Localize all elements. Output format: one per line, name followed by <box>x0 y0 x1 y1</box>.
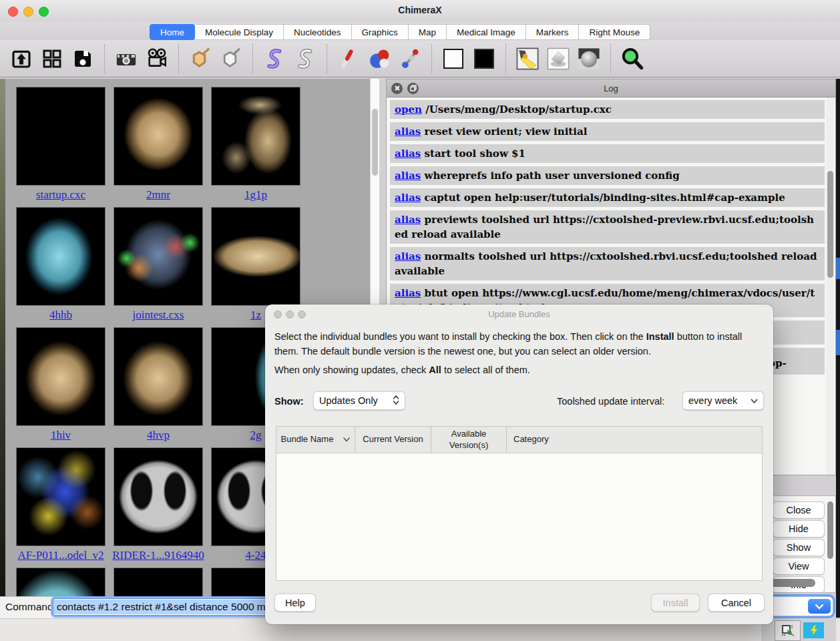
tab-molecule-display[interactable]: Molecule Display <box>195 24 284 40</box>
side-vertical-scrollbar[interactable] <box>827 501 833 559</box>
tab-markers[interactable]: Markers <box>526 24 580 40</box>
history-link[interactable]: 2mnr <box>146 188 170 202</box>
history-link[interactable]: 2g <box>250 429 262 442</box>
column-available-versions[interactable]: Available Version(s) <box>431 427 507 453</box>
history-thumbnail[interactable] <box>114 447 203 546</box>
history-item[interactable]: 1hiv <box>14 327 108 447</box>
chevron-down-icon <box>751 395 758 406</box>
zoom-icon[interactable] <box>620 47 644 71</box>
hide-atoms-icon[interactable] <box>219 47 243 71</box>
command-selected-text: contacts #1.2 restrict #1&sel distance 5… <box>53 600 267 614</box>
history-link[interactable]: 4hvp <box>147 429 170 442</box>
show-cartoons-icon[interactable] <box>262 47 286 71</box>
log-entry: alias reset view orient; view initial <box>390 122 825 141</box>
ball-and-stick-style-icon[interactable] <box>398 47 422 71</box>
show-label: Show: <box>274 396 304 407</box>
history-thumbnail[interactable] <box>16 327 106 426</box>
column-current-version[interactable]: Current Version <box>355 427 431 453</box>
close-model-button[interactable]: Close <box>773 501 825 519</box>
resize-graphics-button[interactable] <box>775 620 801 641</box>
sort-chevron-icon[interactable] <box>338 427 355 453</box>
log-command-link[interactable]: alias <box>395 192 421 204</box>
white-background-icon[interactable] <box>441 47 465 71</box>
history-item[interactable]: jointest.cxs <box>112 207 205 327</box>
history-item[interactable]: 4hhb <box>14 207 108 327</box>
log-command-link[interactable]: alias <box>395 148 421 160</box>
history-item[interactable]: 1g1p <box>209 87 302 207</box>
soft-lighting-icon[interactable] <box>546 47 570 71</box>
history-item[interactable]: 2mnr <box>112 87 205 207</box>
history-thumbnail[interactable] <box>16 87 106 186</box>
record-movie-icon[interactable] <box>145 47 169 71</box>
install-button[interactable]: Install <box>651 594 700 612</box>
dialog-title: Update Bundles <box>265 309 773 319</box>
hide-model-button[interactable]: Hide <box>773 520 825 538</box>
ribbon-tab-bar: Home Molecule Display Nucleotides Graphi… <box>0 21 840 40</box>
stick-style-icon[interactable] <box>337 47 361 71</box>
hide-cartoons-icon[interactable] <box>293 47 317 71</box>
tab-medical-image[interactable]: Medical Image <box>447 24 526 40</box>
log-command-link[interactable]: open <box>395 103 422 116</box>
dialog-instructions-1: Select the individual bundles you want t… <box>274 330 763 359</box>
history-link[interactable]: AF-P011...odel_v2 <box>17 549 103 562</box>
open-icon[interactable] <box>9 47 33 71</box>
history-thumbnail[interactable] <box>114 327 203 426</box>
log-command-link[interactable]: alias <box>395 126 421 138</box>
history-thumbnail[interactable] <box>114 568 203 598</box>
full-lighting-icon[interactable] <box>577 47 601 71</box>
history-thumbnail[interactable] <box>16 447 106 546</box>
chevron-down-icon[interactable] <box>808 599 831 614</box>
history-thumbnail[interactable] <box>114 207 203 306</box>
history-item[interactable]: startup.cxc <box>14 87 108 207</box>
history-thumbnail[interactable] <box>16 568 106 598</box>
help-button[interactable]: Help <box>274 594 316 612</box>
home-toolbar <box>0 40 840 77</box>
history-link[interactable]: startup.cxc <box>36 188 85 202</box>
history-thumbnail[interactable] <box>211 87 300 186</box>
cancel-button[interactable]: Cancel <box>708 594 765 612</box>
interval-label: Toolshed update interval: <box>557 396 664 407</box>
bundles-table: Bundle Name Current Version Available Ve… <box>276 426 763 581</box>
history-thumbnail[interactable] <box>16 207 106 306</box>
simple-lighting-icon[interactable] <box>515 47 540 71</box>
snapshot-icon[interactable] <box>114 47 138 71</box>
toolshed-interval-select[interactable]: every week <box>682 391 764 410</box>
history-item[interactable] <box>112 568 205 598</box>
history-item[interactable] <box>14 568 108 598</box>
history-item[interactable]: RIDER-1...9164940 <box>112 447 205 568</box>
log-command-link[interactable]: alias <box>395 250 421 262</box>
tab-home[interactable]: Home <box>150 24 195 40</box>
history-item[interactable]: AF-P011...odel_v2 <box>14 447 108 568</box>
history-link[interactable]: 4-24 <box>245 549 266 562</box>
recent-files-icon[interactable] <box>40 47 64 71</box>
history-item[interactable]: 4hvp <box>112 327 205 447</box>
history-thumbnail[interactable] <box>114 87 203 186</box>
up-down-chevrons-icon <box>393 395 399 407</box>
log-scrollbar[interactable] <box>826 97 835 475</box>
tab-graphics[interactable]: Graphics <box>352 24 409 40</box>
log-command-link[interactable]: alias <box>395 170 421 182</box>
black-background-icon[interactable] <box>472 47 496 71</box>
history-link[interactable]: RIDER-1...9164940 <box>112 549 204 562</box>
history-thumbnail[interactable] <box>211 207 300 306</box>
column-category[interactable]: Category <box>507 427 762 453</box>
show-filter-select[interactable]: Updates Only <box>313 391 405 410</box>
lightning-button[interactable] <box>803 622 824 638</box>
history-link[interactable]: jointest.cxs <box>133 308 184 322</box>
log-command-link[interactable]: alias <box>395 214 421 226</box>
history-link[interactable]: 4hhb <box>49 308 72 322</box>
column-bundle-name[interactable]: Bundle Name <box>276 427 338 453</box>
log-command-link[interactable]: alias <box>395 287 421 299</box>
history-link[interactable]: 1z <box>250 308 261 322</box>
history-link[interactable]: 1g1p <box>244 188 267 202</box>
history-link[interactable]: 1hiv <box>51 429 71 442</box>
tab-map[interactable]: Map <box>409 24 447 40</box>
show-model-button[interactable]: Show <box>773 539 825 556</box>
view-model-button[interactable]: View <box>773 558 825 575</box>
sphere-style-icon[interactable] <box>367 47 391 71</box>
tab-nucleotides[interactable]: Nucleotides <box>284 24 352 40</box>
show-atoms-icon[interactable] <box>188 47 212 71</box>
save-icon[interactable] <box>71 47 95 71</box>
log-entry: alias captut open help:user/tutorials/bi… <box>390 188 825 207</box>
tab-right-mouse[interactable]: Right Mouse <box>579 24 650 40</box>
